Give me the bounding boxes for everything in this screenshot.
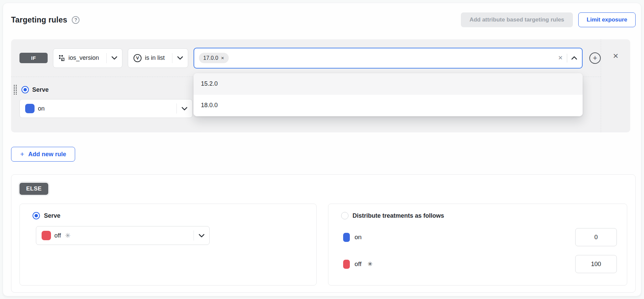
delete-rule-icon[interactable]: ✕ [613,52,619,60]
dropdown-option[interactable]: 15.2.0 [194,73,583,95]
distribute-row-on: on [343,228,617,246]
treatment-swatch [343,260,350,269]
chevron-down-icon[interactable] [177,56,183,60]
default-treatment-icon: ✳ [65,231,71,240]
divider [172,53,172,63]
default-serve-panel: Serve off ✳ [19,204,317,286]
page-title: Targeting rules [11,15,67,25]
chevron-down-icon[interactable] [199,234,205,238]
drag-handle-icon[interactable] [13,84,17,95]
treatment-name: on [355,233,362,241]
serve-label: Serve [32,86,49,93]
else-badge: ELSE [19,183,48,195]
treatment-swatch [25,104,35,113]
remove-value-icon[interactable]: ✕ [221,56,224,60]
condition-row: IF ios_version [11,39,601,77]
distribute-label: Distribute treatments as follows [353,212,444,219]
chevron-up-icon[interactable] [571,56,577,60]
divider [194,230,194,241]
add-attribute-rules-button[interactable]: Add attribute based targeting rules [461,12,573,27]
limit-exposure-button[interactable]: Limit exposure [578,12,636,27]
matcher-select[interactable]: V is in list [128,48,188,68]
chevron-down-icon[interactable] [111,56,117,60]
attribute-name: ios_version [68,54,99,61]
help-icon[interactable]: ? [72,16,79,24]
treatment-name: on [38,105,45,112]
serve-radio[interactable] [21,86,29,93]
values-multiselect-input[interactable]: 17.0.0 ✕ ✕ 15.2.0 18.0.0 [194,48,583,69]
value-chip: 17.0.0 ✕ [199,53,229,63]
else-serve-radio[interactable] [33,212,40,219]
distribute-radio[interactable] [341,212,348,219]
input-controls: ✕ [558,48,577,68]
rule-close-rail: ✕ [601,39,630,132]
rule-card: ✕ IF ios_version [11,39,630,132]
treatment-swatch [42,231,51,240]
clear-values-icon[interactable]: ✕ [558,54,563,61]
divider [106,53,107,63]
treatment-name: off [355,260,362,268]
values-dropdown-menu: 15.2.0 18.0.0 [194,73,583,116]
value-chip-label: 17.0.0 [203,55,218,61]
else-section: ELSE Serve off ✳ [11,174,636,293]
else-treatment-select[interactable]: off ✳ [36,226,210,245]
card-header: Targeting rules ? Add attribute based ta… [11,12,636,27]
add-new-rule-button[interactable]: + Add new rule [11,147,75,162]
version-matcher-icon: V [133,54,142,62]
distribute-row-off: off ✳ [343,255,617,273]
treatment-swatch [343,233,350,242]
attribute-icon [59,55,65,61]
divider [176,103,177,114]
targeting-rules-card: Targeting rules ? Add attribute based ta… [3,3,641,296]
rule-treatment-select[interactable]: on [19,99,193,118]
plus-icon: + [20,150,24,158]
divider [567,54,567,62]
percentage-input[interactable] [575,255,617,273]
else-serve-label: Serve [44,212,60,219]
chevron-down-icon[interactable] [181,107,187,111]
percentage-input[interactable] [575,228,617,246]
if-badge: IF [19,53,48,63]
attribute-select[interactable]: ios_version [53,48,122,68]
default-treatment-icon: ✳ [368,260,373,268]
add-condition-icon[interactable]: + [589,52,601,64]
add-new-rule-label: Add new rule [28,151,66,158]
distribute-panel: Distribute treatments as follows on off … [328,204,627,286]
dropdown-option[interactable]: 18.0.0 [194,95,583,116]
matcher-name: is in list [145,54,165,61]
treatment-name: off [54,232,61,239]
